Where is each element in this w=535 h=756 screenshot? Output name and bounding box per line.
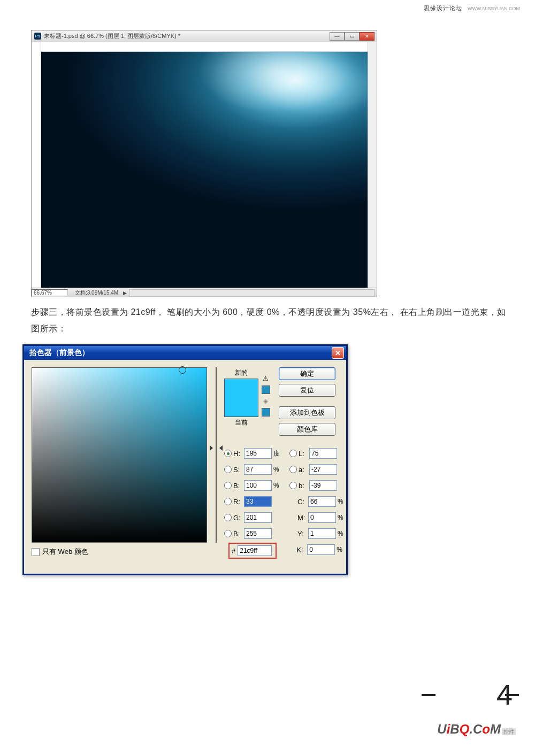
g-radio[interactable] <box>224 514 232 521</box>
site-name: 思缘设计论坛 <box>424 5 462 11</box>
minimize-button[interactable]: — <box>330 32 345 41</box>
web-colors-checkbox[interactable]: 只有 Web 颜色 <box>32 547 207 557</box>
y-input[interactable]: 1 <box>308 528 336 539</box>
gamut-swatch[interactable] <box>262 385 270 394</box>
hex-label: # <box>232 547 235 555</box>
color-library-button[interactable]: 颜色库 <box>279 423 335 436</box>
b-hsb-radio[interactable] <box>224 482 232 489</box>
header-watermark: 思缘设计论坛 WWW.MISSYUAN.COM <box>424 4 520 12</box>
window-titlebar[interactable]: Ps 未标题-1.psd @ 66.7% (图层 1, 图层蒙版/8/CMYK)… <box>32 30 377 42</box>
b-rgb-input[interactable]: 255 <box>244 528 272 539</box>
y-unit: % <box>338 530 347 537</box>
b-lab-input[interactable]: -39 <box>309 480 337 491</box>
hue-slider[interactable] <box>216 367 217 543</box>
current-color-swatch <box>225 398 258 416</box>
new-color-label: 新的 <box>235 368 248 377</box>
photoshop-icon: Ps <box>34 33 41 40</box>
cancel-button[interactable]: 复位 <box>279 384 335 397</box>
g-input[interactable]: 201 <box>244 512 272 523</box>
document-title: 未标题-1.psd @ 66.7% (图层 1, 图层蒙版/8/CMYK) * <box>44 32 180 40</box>
page-dash-right <box>505 694 519 696</box>
uibq-logo: UiBQ.CoM控件 <box>437 722 516 737</box>
b-lab-radio[interactable] <box>289 482 297 489</box>
b-hsb-unit: % <box>273 482 283 489</box>
m-unit: % <box>338 514 347 521</box>
a-radio[interactable] <box>289 466 297 473</box>
a-label: a: <box>299 466 309 474</box>
current-color-label: 当前 <box>235 418 248 427</box>
dialog-title: 拾色器（前景色） <box>29 348 89 358</box>
l-radio[interactable] <box>289 450 297 457</box>
document-info: 文档:3.09M/15.4M <box>72 289 121 297</box>
websafe-warning-icon[interactable]: ◈ <box>262 397 270 405</box>
canvas-underwater-image[interactable] <box>41 52 368 288</box>
websafe-swatch[interactable] <box>262 408 270 416</box>
zoom-level[interactable]: 66.67% <box>32 289 68 296</box>
color-picker-dialog: 拾色器（前景色） ✕ 只有 Web 颜色 新的 <box>22 344 348 575</box>
b-lab-label: b: <box>299 482 309 490</box>
h-label: H: <box>233 450 244 458</box>
step-instruction-text: 步骤三，将前景色设置为 21c9ff， 笔刷的大小为 600，硬度 0%，不透明… <box>31 304 513 337</box>
page-dash-left <box>422 694 435 696</box>
h-unit: 度 <box>273 449 283 458</box>
ok-button[interactable]: 确定 <box>279 367 335 380</box>
c-label: C: <box>297 498 308 506</box>
l-input[interactable]: 75 <box>309 448 337 459</box>
hex-highlight: # 21c9ff <box>228 543 277 559</box>
r-label: R: <box>233 498 244 506</box>
s-input[interactable]: 87 <box>244 464 272 475</box>
b-rgb-radio[interactable] <box>224 530 232 537</box>
a-input[interactable]: -27 <box>309 464 337 475</box>
new-color-swatch <box>225 379 258 398</box>
checkbox-icon <box>32 548 40 556</box>
m-label: M: <box>297 514 308 522</box>
vertical-ruler <box>32 42 41 288</box>
l-label: L: <box>299 450 309 458</box>
s-unit: % <box>273 466 283 473</box>
gamut-warning-icon[interactable]: ⚠ <box>262 375 270 382</box>
status-bar: 66.67% 文档:3.09M/15.4M ▶ <box>32 288 377 297</box>
h-input[interactable]: 195 <box>244 448 272 459</box>
dialog-titlebar[interactable]: 拾色器（前景色） ✕ <box>24 346 346 360</box>
add-swatch-button[interactable]: 添加到色板 <box>279 406 335 419</box>
c-input[interactable]: 66 <box>308 496 336 507</box>
k-input[interactable]: 0 <box>307 544 335 555</box>
color-field[interactable] <box>32 367 207 543</box>
maximize-button[interactable]: ▭ <box>345 32 360 41</box>
horizontal-scrollbar[interactable] <box>129 289 374 297</box>
web-colors-label: 只有 Web 颜色 <box>42 547 88 557</box>
k-unit: % <box>337 546 346 553</box>
dialog-close-button[interactable]: ✕ <box>332 347 344 359</box>
c-unit: % <box>338 498 347 505</box>
b-hsb-label: B: <box>233 482 244 490</box>
color-swatch <box>224 379 258 417</box>
info-arrow-icon[interactable]: ▶ <box>123 290 127 296</box>
photoshop-window: Ps 未标题-1.psd @ 66.7% (图层 1, 图层蒙版/8/CMYK)… <box>31 30 377 297</box>
b-rgb-label: B: <box>233 530 244 538</box>
g-label: G: <box>233 514 244 522</box>
k-label: K: <box>296 546 307 554</box>
b-hsb-input[interactable]: 100 <box>244 480 272 491</box>
vertical-scrollbar[interactable] <box>368 42 377 288</box>
r-input[interactable]: 33 <box>244 496 272 507</box>
s-radio[interactable] <box>224 466 232 473</box>
h-radio[interactable] <box>224 450 232 457</box>
r-radio[interactable] <box>224 498 232 505</box>
horizontal-ruler <box>41 42 368 52</box>
y-label: Y: <box>297 530 308 538</box>
close-button[interactable]: ✕ <box>360 32 374 41</box>
hex-input[interactable]: 21c9ff <box>238 545 272 556</box>
site-url: WWW.MISSYUAN.COM <box>468 6 520 11</box>
m-input[interactable]: 0 <box>308 512 336 523</box>
color-field-cursor <box>179 366 186 374</box>
s-label: S: <box>233 466 244 474</box>
